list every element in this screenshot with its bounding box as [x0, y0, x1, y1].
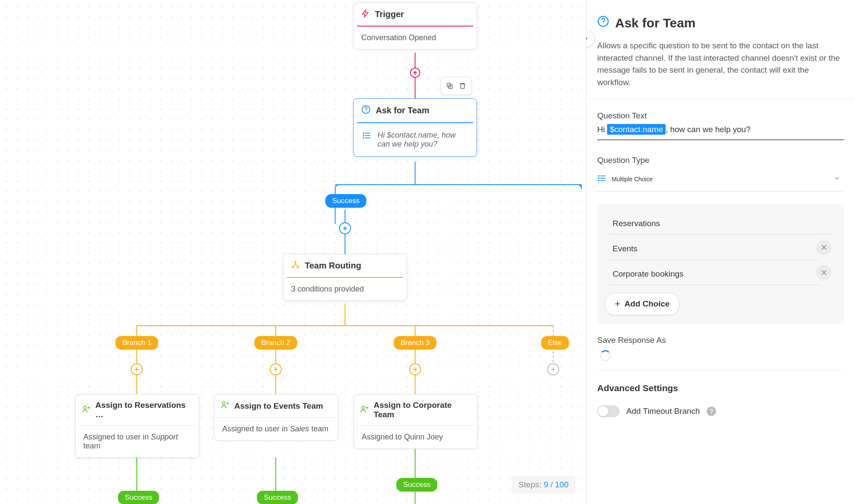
branch-pill: Branch 2	[254, 336, 297, 350]
svg-point-33	[598, 176, 599, 177]
remove-choice-button[interactable]: ✕	[816, 240, 831, 255]
timeout-label: Add Timeout Branch	[626, 407, 700, 416]
choice-input[interactable]: Corporate bookings	[609, 260, 819, 285]
variable-chip[interactable]: $contact.name	[607, 124, 666, 135]
svg-point-21	[363, 135, 364, 136]
svg-point-35	[598, 180, 599, 181]
delete-button[interactable]	[457, 80, 469, 92]
question-type-select[interactable]: Multiple Choice	[597, 169, 844, 192]
svg-point-20	[363, 133, 364, 134]
add-step-button[interactable]: +	[339, 222, 351, 234]
branch-pill: Branch 3	[394, 336, 436, 350]
choice-input[interactable]: Reservations	[609, 209, 832, 235]
trigger-node[interactable]: Trigger Conversation Opened	[353, 3, 477, 50]
assign-title: Assign to Events Team	[234, 401, 323, 411]
svg-point-28	[362, 406, 365, 409]
routing-subtitle: 3 conditions provided	[283, 278, 407, 301]
assign-title: Assign to Reservations …	[95, 401, 193, 419]
ask-question-text: Hi $contact.name, how can we help you?	[377, 131, 467, 149]
question-text-label: Question Text	[597, 111, 844, 121]
bolt-icon	[361, 9, 370, 20]
assign-node[interactable]: Assign to Corporate Team Assigned to Qui…	[354, 394, 478, 449]
add-step-button[interactable]: +	[131, 363, 143, 375]
copy-button[interactable]	[444, 80, 456, 92]
question-type-value: Multiple Choice	[612, 176, 653, 183]
remove-choice-button[interactable]: ✕	[816, 265, 831, 280]
choice-input[interactable]: Events	[609, 235, 819, 260]
svg-point-34	[598, 178, 599, 179]
question-type-label: Question Type	[597, 156, 844, 165]
choice-row[interactable]: Corporate bookings ✕	[603, 260, 838, 285]
success-pill: Success	[396, 478, 437, 492]
assign-node[interactable]: Assign to Reservations … Assigned to use…	[75, 394, 199, 458]
success-pill: Success	[325, 194, 366, 208]
help-icon[interactable]: ?	[707, 407, 716, 416]
question-icon	[597, 15, 609, 30]
user-plus-icon	[82, 405, 90, 416]
assign-body: Assigned to user in Support team	[76, 426, 199, 457]
user-plus-icon	[221, 401, 229, 411]
advanced-settings-title: Advanced Settings	[597, 383, 844, 393]
assign-body: Assigned to user in Sales team	[215, 418, 338, 440]
ask-title: Ask for Team	[376, 106, 429, 115]
question-icon	[361, 105, 371, 116]
routing-title: Team Routing	[305, 261, 361, 271]
assign-node[interactable]: Assign to Events Team Assigned to user i…	[214, 394, 338, 441]
chevron-down-icon	[834, 175, 840, 183]
sidebar-title: Ask for Team	[597, 15, 844, 30]
steps-counter: Steps: 9 / 100	[512, 476, 575, 494]
user-plus-icon	[360, 405, 369, 416]
node-toolbar	[441, 77, 472, 95]
add-choice-button[interactable]: + Add Choice	[605, 293, 679, 315]
list-icon	[362, 131, 371, 142]
loading-spinner-icon	[600, 350, 611, 361]
branch-pill: Branch 1	[115, 336, 158, 350]
save-response-select[interactable]	[597, 349, 844, 370]
timeout-toggle-row: Add Timeout Branch ?	[597, 405, 844, 417]
choice-row[interactable]: Events ✕	[603, 235, 838, 260]
divider	[586, 99, 855, 99]
add-step-button[interactable]: +	[547, 363, 559, 375]
svg-point-23	[295, 262, 296, 263]
choices-container: Reservations Events ✕ Corporate bookings…	[597, 203, 844, 324]
else-pill: Else	[541, 336, 569, 350]
trigger-title: Trigger	[375, 9, 404, 19]
plus-icon: +	[615, 298, 620, 309]
add-step-button[interactable]: +	[409, 363, 421, 375]
svg-point-26	[83, 406, 86, 409]
success-pill: Success	[257, 491, 298, 504]
sidebar-description: Allows a specific question to be sent to…	[597, 40, 844, 88]
timeout-toggle[interactable]	[597, 405, 619, 417]
svg-point-25	[297, 266, 298, 268]
ask-question-node[interactable]: Ask for Team Hi $contact.name, how can w…	[353, 98, 477, 157]
add-step-button[interactable]: +	[410, 68, 420, 78]
svg-point-24	[292, 266, 294, 268]
workflow-canvas[interactable]: Trigger Conversation Opened + Ask for Te…	[0, 0, 586, 504]
routing-node[interactable]: Team Routing 3 conditions provided	[283, 254, 407, 301]
save-response-label: Save Response As	[597, 336, 844, 345]
choice-row[interactable]: Reservations	[603, 209, 838, 235]
add-step-button[interactable]: +	[270, 363, 282, 375]
assign-body: Assigned to Quinn Joey	[354, 426, 477, 448]
svg-point-27	[222, 402, 225, 405]
branch-icon	[291, 260, 300, 271]
trigger-subtitle: Conversation Opened	[354, 27, 477, 49]
sidebar-panel: Ask for Team Allows a specific question …	[586, 0, 855, 504]
list-icon	[597, 174, 607, 184]
assign-title: Assign to Corporate Team	[374, 401, 471, 419]
success-pill: Success	[118, 491, 159, 504]
svg-point-22	[363, 138, 364, 139]
collapse-sidebar-button[interactable]	[586, 30, 595, 47]
question-text-input[interactable]: Hi $contact.name, how can we help you?	[597, 125, 844, 140]
chevron-right-icon	[586, 35, 590, 42]
